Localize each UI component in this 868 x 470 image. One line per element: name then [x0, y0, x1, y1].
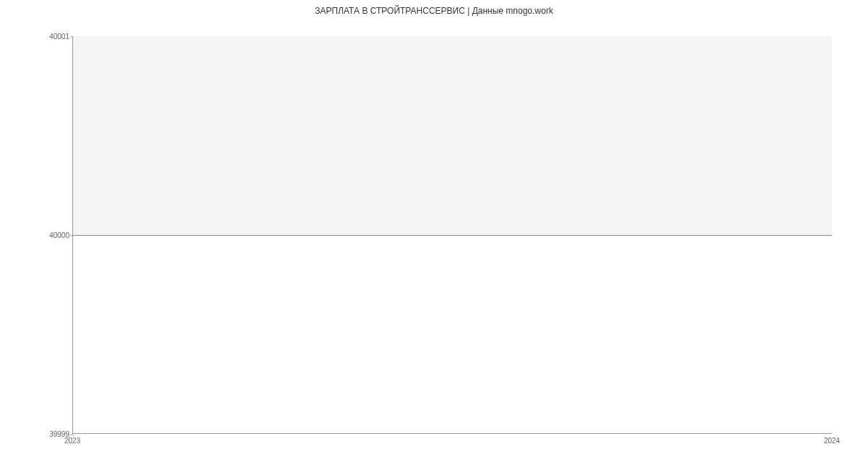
y-tick-label: 40000 [33, 231, 69, 239]
x-tick-label: 2024 [824, 437, 840, 445]
salary-chart: ЗАРПЛАТА В СТРОЙТРАНССЕРВИС | Данные mno… [0, 0, 868, 470]
series-area-fill [73, 36, 832, 235]
x-tick-label: 2023 [64, 437, 80, 445]
y-tick-value: 40000 [49, 231, 69, 239]
y-tick-label: 40001 [33, 33, 69, 40]
y-tick-value: 40001 [49, 33, 69, 40]
chart-title: ЗАРПЛАТА В СТРОЙТРАНССЕРВИС | Данные mno… [0, 6, 868, 16]
y-tick-mark [70, 434, 74, 435]
series-line [73, 235, 832, 236]
plot-area [72, 36, 832, 434]
